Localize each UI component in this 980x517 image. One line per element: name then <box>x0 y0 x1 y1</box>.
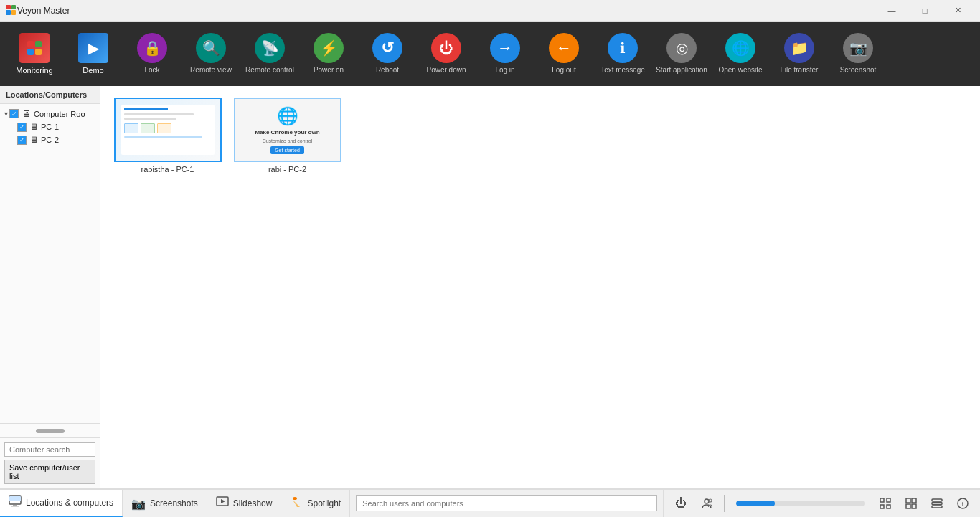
scrollbar-thumb <box>36 429 65 433</box>
screen-bar-2 <box>124 113 194 115</box>
tool-log-in[interactable]: → Log in <box>476 24 534 83</box>
tool-reboot[interactable]: ↺ Reboot <box>359 24 416 83</box>
tool-demo[interactable]: ▶ Demo <box>65 24 122 83</box>
screenshot-label: Screenshot <box>840 66 877 75</box>
expand-arrow: ▾ <box>4 110 8 118</box>
reboot-icon: ↺ <box>372 33 402 63</box>
reboot-label: Reboot <box>376 66 399 75</box>
info-icon-button[interactable]: i <box>951 492 974 515</box>
tool-open-website[interactable]: 🌐 Open website <box>712 24 769 83</box>
tool-file-transfer[interactable]: 📁 File transfer <box>771 24 828 83</box>
info-icon-svg: i <box>956 497 969 510</box>
text-message-icon: ℹ <box>608 33 638 63</box>
lock-icon: 🔒 <box>137 33 167 63</box>
computer-label-pc1: rabistha - PC-1 <box>141 165 194 174</box>
log-in-icon: → <box>490 33 520 63</box>
sidebar-scrollbar[interactable] <box>0 423 100 437</box>
tool-lock[interactable]: 🔒 Lock <box>123 24 181 83</box>
titlebar: Veyon Master — □ ✕ <box>0 0 980 22</box>
screen-detail-pc1 <box>121 105 215 155</box>
svg-rect-19 <box>932 503 942 505</box>
checkbox-pc1[interactable]: ✓ <box>17 123 27 132</box>
fit-icon-svg <box>879 497 892 510</box>
search-area <box>350 490 664 517</box>
checkbox-pc2[interactable]: ✓ <box>17 136 27 145</box>
tree-item-computer-room[interactable]: ▾ ✓ 🖥 Computer Roo <box>0 107 100 120</box>
list-icon-svg <box>930 497 943 510</box>
start-app-label: Start application <box>656 66 707 75</box>
computer-search-input[interactable] <box>4 442 95 457</box>
tool-power-down[interactable]: ⏻ Power down <box>418 24 475 83</box>
tab-locations[interactable]: Locations & computers <box>0 490 123 517</box>
folder-icon: 🖥 <box>22 108 31 119</box>
demo-label: Demo <box>83 66 103 75</box>
svg-rect-3 <box>11 506 19 507</box>
spotlight-tab-icon <box>290 495 303 511</box>
svg-rect-12 <box>880 505 884 508</box>
power-icon-button[interactable]: ⏻ <box>669 492 692 515</box>
chrome-text: Make Chrome your own <box>255 129 319 136</box>
computer-tile-pc2[interactable]: 🌐 Make Chrome your own Customize and con… <box>232 98 343 174</box>
computer-icon-pc2: 🖥 <box>29 135 38 145</box>
tree-item-pc2[interactable]: ✓ 🖥 PC-2 <box>0 133 100 146</box>
users-icon-button[interactable] <box>695 492 718 515</box>
svg-rect-15 <box>912 498 916 503</box>
lock-label: Lock <box>144 66 159 75</box>
locations-tab-icon <box>9 495 22 511</box>
remote-view-label: Remote view <box>190 66 232 75</box>
tab-slideshow[interactable]: Slideshow <box>207 490 282 517</box>
tool-monitoring[interactable]: Monitoring <box>6 24 63 83</box>
tool-start-app[interactable]: ◎ Start application <box>653 24 710 83</box>
svg-rect-11 <box>887 498 890 502</box>
tool-screenshot[interactable]: 📷 Screenshot <box>829 24 887 83</box>
sidebar: Locations/Computers ▾ ✓ 🖥 Computer Roo ✓… <box>0 86 100 488</box>
tree-area: ▾ ✓ 🖥 Computer Roo ✓ 🖥 PC-1 ✓ 🖥 PC-2 <box>0 104 100 423</box>
computer-tile-pc1[interactable]: rabistha - PC-1 <box>112 98 223 174</box>
checkbox-computer-room[interactable]: ✓ <box>9 109 19 118</box>
screen-row <box>124 123 212 133</box>
screen-cell-3 <box>157 123 171 133</box>
power-down-icon: ⏻ <box>431 33 461 63</box>
slideshow-icon-svg <box>216 495 229 508</box>
chrome-btn: Get started <box>270 146 304 154</box>
screen-pc2: 🌐 Make Chrome your own Customize and con… <box>235 99 340 161</box>
tab-screenshots[interactable]: 📷 Screenshots <box>123 490 207 517</box>
save-computer-list-button[interactable]: Save computer/user list <box>4 460 95 484</box>
remote-control-label: Remote control <box>245 66 294 75</box>
statusbar: Locations & computers 📷 Screenshots Slid… <box>0 488 980 517</box>
maximize-button[interactable]: □ <box>908 0 941 22</box>
grid-icon-button[interactable] <box>900 492 923 515</box>
tab-spotlight[interactable]: Spotlight <box>281 490 350 517</box>
fit-icon-button[interactable] <box>874 492 897 515</box>
power-down-label: Power down <box>426 66 466 75</box>
power-on-label: Power on <box>314 66 344 75</box>
screenshot-icon: 📷 <box>843 33 873 63</box>
sidebar-bottom: Save computer/user list <box>0 437 100 488</box>
progress-fill <box>736 501 775 506</box>
computer-label-pc2: rabi - PC-2 <box>268 165 306 174</box>
tool-text-message[interactable]: ℹ Text message <box>594 24 651 83</box>
grid-icon-svg <box>905 497 918 510</box>
tool-remote-view[interactable]: 🔍 Remote view <box>182 24 240 83</box>
computer-thumb-pc2: 🌐 Make Chrome your own Customize and con… <box>234 98 341 162</box>
svg-rect-17 <box>912 504 916 508</box>
tab-locations-label: Locations & computers <box>26 498 113 508</box>
minimize-button[interactable]: — <box>875 0 908 22</box>
list-icon-button[interactable] <box>925 492 948 515</box>
tool-remote-control[interactable]: 📡 Remote control <box>241 24 298 83</box>
remote-view-icon: 🔍 <box>196 33 226 63</box>
svg-rect-1 <box>9 496 21 501</box>
svg-rect-18 <box>932 499 942 501</box>
app-logo <box>6 5 17 16</box>
tool-log-out[interactable]: ← Log out <box>535 24 593 83</box>
search-users-input[interactable] <box>356 495 657 511</box>
tool-power-on[interactable]: ⚡ Power on <box>300 24 357 83</box>
file-transfer-icon: 📁 <box>784 33 814 63</box>
svg-point-6 <box>293 497 297 500</box>
separator-1 <box>724 495 725 512</box>
close-button[interactable]: ✕ <box>941 0 974 22</box>
svg-rect-10 <box>880 498 884 502</box>
chrome-icon: 🌐 <box>277 106 298 126</box>
tab-spotlight-label: Spotlight <box>307 498 341 508</box>
tree-item-pc1[interactable]: ✓ 🖥 PC-1 <box>0 120 100 133</box>
